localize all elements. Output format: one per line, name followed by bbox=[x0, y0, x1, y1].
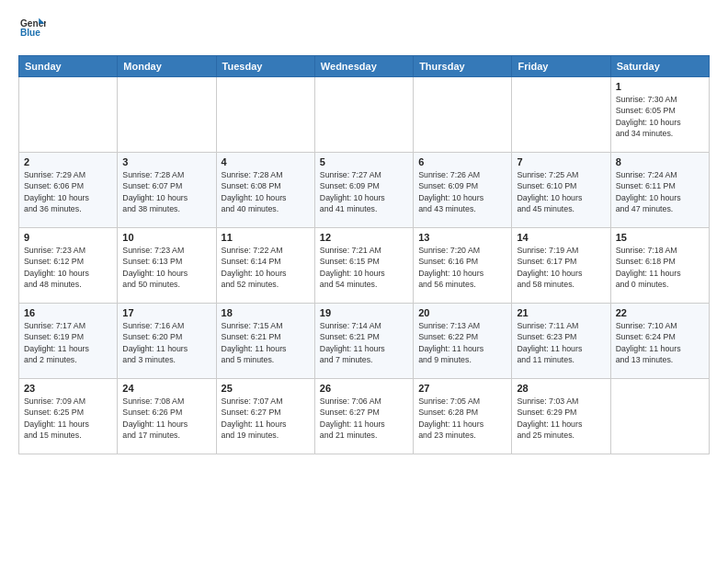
day-number: 10 bbox=[122, 232, 210, 243]
calendar-cell: 26Sunrise: 7:06 AM Sunset: 6:27 PM Dayli… bbox=[314, 379, 413, 454]
calendar-cell: 9Sunrise: 7:23 AM Sunset: 6:12 PM Daylig… bbox=[19, 228, 118, 304]
day-number: 8 bbox=[616, 156, 704, 167]
weekday-header-thursday: Thursday bbox=[414, 56, 512, 77]
day-info: Sunrise: 7:15 AM Sunset: 6:21 PM Dayligh… bbox=[222, 320, 310, 365]
calendar-cell: 12Sunrise: 7:21 AM Sunset: 6:15 PM Dayli… bbox=[314, 228, 413, 304]
week-row-1: 1Sunrise: 7:30 AM Sunset: 6:05 PM Daylig… bbox=[19, 77, 710, 153]
calendar-cell: 19Sunrise: 7:14 AM Sunset: 6:21 PM Dayli… bbox=[314, 304, 413, 379]
day-number: 4 bbox=[222, 156, 310, 167]
day-info: Sunrise: 7:28 AM Sunset: 6:07 PM Dayligh… bbox=[122, 169, 210, 214]
calendar-cell bbox=[19, 77, 118, 153]
calendar-cell: 7Sunrise: 7:25 AM Sunset: 6:10 PM Daylig… bbox=[512, 153, 610, 228]
calendar-cell: 3Sunrise: 7:28 AM Sunset: 6:07 PM Daylig… bbox=[118, 153, 216, 228]
day-info: Sunrise: 7:26 AM Sunset: 6:09 PM Dayligh… bbox=[418, 169, 506, 214]
calendar-cell bbox=[414, 77, 512, 153]
day-number: 7 bbox=[517, 156, 605, 167]
day-number: 5 bbox=[320, 156, 408, 167]
day-info: Sunrise: 7:25 AM Sunset: 6:10 PM Dayligh… bbox=[517, 169, 605, 214]
day-info: Sunrise: 7:11 AM Sunset: 6:23 PM Dayligh… bbox=[517, 320, 605, 365]
week-row-5: 23Sunrise: 7:09 AM Sunset: 6:25 PM Dayli… bbox=[19, 379, 710, 454]
calendar-cell: 23Sunrise: 7:09 AM Sunset: 6:25 PM Dayli… bbox=[19, 379, 118, 454]
day-info: Sunrise: 7:03 AM Sunset: 6:29 PM Dayligh… bbox=[517, 396, 605, 441]
day-number: 22 bbox=[616, 307, 704, 318]
calendar-cell: 18Sunrise: 7:15 AM Sunset: 6:21 PM Dayli… bbox=[216, 304, 314, 379]
day-number: 24 bbox=[122, 383, 210, 394]
day-info: Sunrise: 7:10 AM Sunset: 6:24 PM Dayligh… bbox=[616, 320, 704, 365]
svg-text:Blue: Blue bbox=[20, 28, 40, 38]
week-row-4: 16Sunrise: 7:17 AM Sunset: 6:19 PM Dayli… bbox=[19, 304, 710, 379]
day-info: Sunrise: 7:27 AM Sunset: 6:09 PM Dayligh… bbox=[320, 169, 408, 214]
calendar-cell: 27Sunrise: 7:05 AM Sunset: 6:28 PM Dayli… bbox=[414, 379, 512, 454]
day-info: Sunrise: 7:05 AM Sunset: 6:28 PM Dayligh… bbox=[418, 396, 506, 441]
day-info: Sunrise: 7:13 AM Sunset: 6:22 PM Dayligh… bbox=[418, 320, 506, 365]
calendar-cell: 14Sunrise: 7:19 AM Sunset: 6:17 PM Dayli… bbox=[512, 228, 610, 304]
day-info: Sunrise: 7:06 AM Sunset: 6:27 PM Dayligh… bbox=[320, 396, 408, 441]
day-number: 16 bbox=[24, 307, 112, 318]
day-number: 9 bbox=[24, 232, 112, 243]
calendar-cell bbox=[216, 77, 314, 153]
day-info: Sunrise: 7:08 AM Sunset: 6:26 PM Dayligh… bbox=[122, 396, 210, 441]
day-info: Sunrise: 7:21 AM Sunset: 6:15 PM Dayligh… bbox=[320, 245, 408, 290]
calendar-cell: 6Sunrise: 7:26 AM Sunset: 6:09 PM Daylig… bbox=[414, 153, 512, 228]
day-number: 3 bbox=[122, 156, 210, 167]
day-number: 20 bbox=[418, 307, 506, 318]
day-number: 18 bbox=[222, 307, 310, 318]
calendar-cell: 2Sunrise: 7:29 AM Sunset: 6:06 PM Daylig… bbox=[19, 153, 118, 228]
week-row-2: 2Sunrise: 7:29 AM Sunset: 6:06 PM Daylig… bbox=[19, 153, 710, 228]
day-info: Sunrise: 7:22 AM Sunset: 6:14 PM Dayligh… bbox=[222, 245, 310, 290]
day-info: Sunrise: 7:28 AM Sunset: 6:08 PM Dayligh… bbox=[222, 169, 310, 214]
day-info: Sunrise: 7:14 AM Sunset: 6:21 PM Dayligh… bbox=[320, 320, 408, 365]
day-number: 28 bbox=[517, 383, 605, 394]
day-info: Sunrise: 7:16 AM Sunset: 6:20 PM Dayligh… bbox=[122, 320, 210, 365]
day-number: 15 bbox=[616, 232, 704, 243]
calendar-cell: 25Sunrise: 7:07 AM Sunset: 6:27 PM Dayli… bbox=[216, 379, 314, 454]
day-info: Sunrise: 7:23 AM Sunset: 6:13 PM Dayligh… bbox=[122, 245, 210, 290]
weekday-header-saturday: Saturday bbox=[610, 56, 709, 77]
calendar-cell bbox=[314, 77, 413, 153]
day-number: 1 bbox=[616, 81, 704, 92]
day-number: 23 bbox=[24, 383, 112, 394]
day-info: Sunrise: 7:09 AM Sunset: 6:25 PM Dayligh… bbox=[24, 396, 112, 441]
calendar-cell: 8Sunrise: 7:24 AM Sunset: 6:11 PM Daylig… bbox=[610, 153, 709, 228]
logo: General Blue bbox=[18, 17, 46, 46]
day-info: Sunrise: 7:07 AM Sunset: 6:27 PM Dayligh… bbox=[222, 396, 310, 441]
weekday-header-friday: Friday bbox=[512, 56, 610, 77]
calendar-cell: 11Sunrise: 7:22 AM Sunset: 6:14 PM Dayli… bbox=[216, 228, 314, 304]
weekday-header-row: SundayMondayTuesdayWednesdayThursdayFrid… bbox=[19, 56, 710, 77]
day-number: 25 bbox=[222, 383, 310, 394]
week-row-3: 9Sunrise: 7:23 AM Sunset: 6:12 PM Daylig… bbox=[19, 228, 710, 304]
day-info: Sunrise: 7:17 AM Sunset: 6:19 PM Dayligh… bbox=[24, 320, 112, 365]
calendar-cell: 10Sunrise: 7:23 AM Sunset: 6:13 PM Dayli… bbox=[118, 228, 216, 304]
calendar-cell: 16Sunrise: 7:17 AM Sunset: 6:19 PM Dayli… bbox=[19, 304, 118, 379]
day-number: 21 bbox=[517, 307, 605, 318]
day-number: 13 bbox=[418, 232, 506, 243]
weekday-header-wednesday: Wednesday bbox=[314, 56, 413, 77]
weekday-header-monday: Monday bbox=[118, 56, 216, 77]
calendar-cell: 17Sunrise: 7:16 AM Sunset: 6:20 PM Dayli… bbox=[118, 304, 216, 379]
day-info: Sunrise: 7:23 AM Sunset: 6:12 PM Dayligh… bbox=[24, 245, 112, 290]
day-number: 17 bbox=[122, 307, 210, 318]
calendar-cell: 13Sunrise: 7:20 AM Sunset: 6:16 PM Dayli… bbox=[414, 228, 512, 304]
day-number: 2 bbox=[24, 156, 112, 167]
day-number: 14 bbox=[517, 232, 605, 243]
weekday-header-tuesday: Tuesday bbox=[216, 56, 314, 77]
header: General Blue bbox=[18, 17, 710, 46]
day-number: 12 bbox=[320, 232, 408, 243]
weekday-header-sunday: Sunday bbox=[19, 56, 118, 77]
calendar-cell: 21Sunrise: 7:11 AM Sunset: 6:23 PM Dayli… bbox=[512, 304, 610, 379]
calendar-cell: 24Sunrise: 7:08 AM Sunset: 6:26 PM Dayli… bbox=[118, 379, 216, 454]
calendar-cell: 20Sunrise: 7:13 AM Sunset: 6:22 PM Dayli… bbox=[414, 304, 512, 379]
day-number: 27 bbox=[418, 383, 506, 394]
day-number: 6 bbox=[418, 156, 506, 167]
page: General Blue SundayMondayTuesdayWednesda… bbox=[0, 0, 728, 563]
calendar-cell: 22Sunrise: 7:10 AM Sunset: 6:24 PM Dayli… bbox=[610, 304, 709, 379]
day-info: Sunrise: 7:18 AM Sunset: 6:18 PM Dayligh… bbox=[616, 245, 704, 290]
calendar-table: SundayMondayTuesdayWednesdayThursdayFrid… bbox=[18, 55, 710, 454]
calendar-cell bbox=[512, 77, 610, 153]
day-number: 19 bbox=[320, 307, 408, 318]
calendar-cell bbox=[610, 379, 709, 454]
calendar-cell: 15Sunrise: 7:18 AM Sunset: 6:18 PM Dayli… bbox=[610, 228, 709, 304]
day-info: Sunrise: 7:20 AM Sunset: 6:16 PM Dayligh… bbox=[418, 245, 506, 290]
calendar-cell: 1Sunrise: 7:30 AM Sunset: 6:05 PM Daylig… bbox=[610, 77, 709, 153]
calendar-cell: 5Sunrise: 7:27 AM Sunset: 6:09 PM Daylig… bbox=[314, 153, 413, 228]
